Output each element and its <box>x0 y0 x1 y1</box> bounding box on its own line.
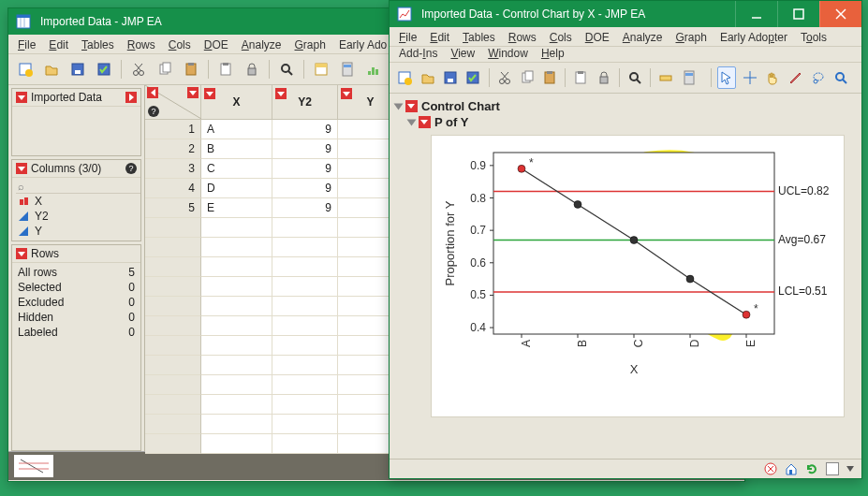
menu-cols[interactable]: Cols <box>550 31 572 44</box>
hand-tool-icon[interactable] <box>763 66 782 89</box>
lock-icon[interactable] <box>241 58 263 80</box>
copy-icon[interactable] <box>518 66 537 89</box>
distribution-icon[interactable] <box>362 58 385 80</box>
copy-icon[interactable] <box>154 58 176 80</box>
cell[interactable]: B <box>201 139 272 159</box>
hotspot-icon[interactable] <box>419 116 431 128</box>
clipboard2-icon[interactable] <box>571 66 590 89</box>
column-header[interactable]: Y2 <box>272 85 338 120</box>
cell[interactable]: D <box>201 179 272 198</box>
close-button[interactable] <box>819 1 861 27</box>
status-checkbox[interactable] <box>826 462 839 475</box>
menu-view[interactable]: View <box>450 47 475 60</box>
new-datatable-icon[interactable] <box>395 66 414 89</box>
toolbar-front[interactable] <box>390 63 861 94</box>
status-menu-icon[interactable] <box>846 466 854 472</box>
menubar-front-1[interactable]: File Edit Tables Rows Cols DOE Analyze G… <box>390 27 861 47</box>
home-icon[interactable] <box>785 462 798 475</box>
cell[interactable]: A <box>201 120 272 139</box>
paste-icon[interactable] <box>540 66 559 89</box>
disclosure-icon[interactable] <box>407 119 417 125</box>
column-item[interactable]: Y <box>16 224 137 239</box>
section-p-of-y-header[interactable]: P of Y <box>408 115 856 129</box>
control-chart-window[interactable]: Imported Data - Control Chart by X - JMP… <box>389 0 862 479</box>
calc-icon[interactable] <box>679 66 698 89</box>
row-number[interactable]: 5 <box>145 198 201 218</box>
stop-icon[interactable] <box>764 462 777 475</box>
minimize-button[interactable] <box>735 1 777 27</box>
menu-help[interactable]: Help <box>541 47 565 60</box>
maximize-button[interactable] <box>777 1 819 27</box>
cut-icon[interactable] <box>494 66 513 89</box>
cell[interactable]: 9 <box>272 159 338 179</box>
lasso-tool-icon[interactable] <box>808 66 827 89</box>
search-icon[interactable] <box>625 66 644 89</box>
cell[interactable]: 9 <box>272 120 338 139</box>
column-item[interactable]: X <box>16 194 137 209</box>
crosshair-tool-icon[interactable] <box>740 66 758 89</box>
section-control-chart-header[interactable]: Control Chart <box>395 99 856 113</box>
menu-analyze[interactable]: Analyze <box>623 31 663 44</box>
menu-window[interactable]: Window <box>488 47 528 60</box>
disclosure-icon[interactable] <box>394 103 404 109</box>
cell[interactable]: C <box>201 159 272 179</box>
paste-icon[interactable] <box>180 58 202 80</box>
menu-doe[interactable]: DOE <box>585 31 610 44</box>
columns-search-input[interactable] <box>16 180 140 194</box>
save-icon[interactable] <box>441 66 460 89</box>
grid-corner[interactable]: ? <box>145 85 201 120</box>
report-thumbnail[interactable] <box>14 455 53 477</box>
rows-toggle-icon[interactable] <box>16 248 27 259</box>
menu-file[interactable]: File <box>399 31 417 44</box>
refresh-icon[interactable] <box>805 462 818 475</box>
arrow-tool-icon[interactable] <box>717 66 736 89</box>
menu-rows[interactable]: Rows <box>508 31 537 44</box>
row-number[interactable]: 4 <box>145 179 201 198</box>
row-number[interactable]: 1 <box>145 120 201 139</box>
menu-tables[interactable]: Tables <box>463 31 495 44</box>
hotspot-icon[interactable] <box>405 100 418 112</box>
panel-menu-icon[interactable] <box>125 92 137 103</box>
cell[interactable]: 9 <box>272 198 338 218</box>
columns-toggle-icon[interactable] <box>16 163 27 174</box>
ruler-icon[interactable] <box>656 66 675 89</box>
column-item[interactable]: Y2 <box>16 209 137 224</box>
menu-tools[interactable]: Tools <box>801 31 827 44</box>
save-tick-icon[interactable] <box>463 66 482 89</box>
menu-graph[interactable]: Graph <box>295 38 326 51</box>
menu-tables[interactable]: Tables <box>81 38 114 51</box>
menu-doe[interactable]: DOE <box>204 38 228 51</box>
row-number[interactable]: 2 <box>145 139 201 159</box>
datatable-yellow-icon[interactable] <box>310 58 332 80</box>
search-icon[interactable] <box>275 58 298 80</box>
menu-edit[interactable]: Edit <box>49 38 68 51</box>
menu-edit[interactable]: Edit <box>430 31 449 44</box>
menu-file[interactable]: File <box>18 38 36 51</box>
save-tick-icon[interactable] <box>93 58 115 80</box>
new-datatable-icon[interactable] <box>14 58 37 80</box>
row-number[interactable]: 3 <box>145 159 201 179</box>
cut-icon[interactable] <box>127 58 150 80</box>
cell[interactable]: 9 <box>272 179 338 198</box>
menu-graph[interactable]: Graph <box>676 31 707 44</box>
menu-rows[interactable]: Rows <box>127 38 155 51</box>
save-icon[interactable] <box>66 58 89 80</box>
menubar-front-2[interactable]: Add-Ins View Window Help <box>390 47 861 63</box>
titlebar-front[interactable]: Imported Data - Control Chart by X - JMP… <box>390 1 861 27</box>
calculator-icon[interactable] <box>336 58 359 80</box>
open-icon[interactable] <box>418 66 436 89</box>
control-chart-plot[interactable]: 0.40.50.60.70.80.9ABCDE**XProportion for… <box>431 135 845 417</box>
panel-toggle-icon[interactable] <box>16 92 27 103</box>
lock-icon[interactable] <box>595 66 613 89</box>
zoom-tool-icon[interactable] <box>831 66 850 89</box>
help-icon[interactable]: ? <box>125 163 137 174</box>
clipboard2-icon[interactable] <box>214 58 237 80</box>
menu-early[interactable]: Early Ado <box>339 38 387 51</box>
brush-tool-icon[interactable] <box>786 66 804 89</box>
menu-addins[interactable]: Add-Ins <box>399 47 437 60</box>
column-header[interactable]: X <box>201 85 272 120</box>
open-icon[interactable] <box>40 58 63 80</box>
menu-analyze[interactable]: Analyze <box>242 38 282 51</box>
cell[interactable]: E <box>201 198 272 218</box>
menu-cols[interactable]: Cols <box>169 38 191 51</box>
